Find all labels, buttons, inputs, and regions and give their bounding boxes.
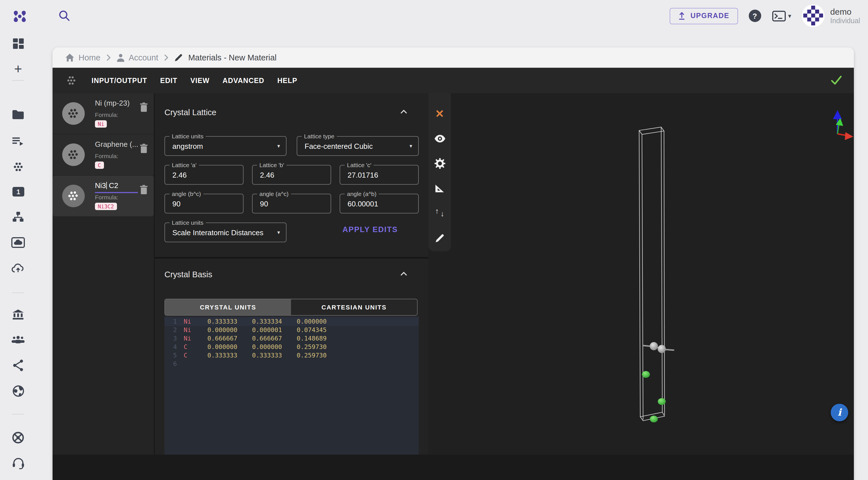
coord-y: 0.333334 <box>252 317 297 326</box>
support-headset-icon[interactable] <box>11 456 25 470</box>
coord-y: 0.000000 <box>252 343 297 351</box>
lattice-a-input[interactable]: Lattice 'a' 2.46 <box>164 165 244 185</box>
basis-code-line: 4 C 0.000000 0.000000 0.259730 <box>164 343 419 351</box>
delete-material-icon[interactable] <box>140 102 148 112</box>
material-name-field[interactable]: Ni3 C2 <box>95 181 139 191</box>
workflows-sitemap-icon[interactable] <box>11 210 25 224</box>
menu-item[interactable]: HELP <box>277 76 297 84</box>
team-people-icon[interactable] <box>11 333 25 347</box>
helm-wheel-icon[interactable] <box>11 431 25 444</box>
looks-one-icon[interactable]: 1 <box>11 185 25 198</box>
unit-cell-wireframe <box>639 127 664 421</box>
formula-badge: Ni <box>95 120 107 128</box>
save-check-button[interactable] <box>830 74 843 86</box>
line-number: 5 <box>164 351 177 360</box>
brand-logo-icon[interactable] <box>12 8 28 24</box>
material-name-field[interactable]: Graphene (... <box>95 140 139 150</box>
user-menu[interactable]: demo Individual <box>802 4 860 27</box>
breadcrumb-current: Materials - New Material <box>174 53 277 62</box>
organization-bank-icon[interactable] <box>11 308 25 321</box>
delete-material-icon[interactable] <box>140 185 148 195</box>
material-list-item[interactable]: Ni3 C2 Formula: Ni3C2 <box>53 176 154 216</box>
terminal-icon <box>772 10 786 22</box>
crystal-lattice-title: Crystal Lattice <box>164 108 216 117</box>
coord-y: 0.666667 <box>252 334 297 343</box>
edit-pencil-icon <box>174 53 183 62</box>
person-icon <box>116 53 125 62</box>
lattice-b-input[interactable]: Lattice 'b' 2.46 <box>252 165 331 185</box>
share-icon[interactable] <box>11 358 25 372</box>
atom-green <box>650 416 658 422</box>
console-dropdown-button[interactable]: ▾ <box>772 10 791 22</box>
measure-tool-button[interactable] <box>428 176 451 201</box>
angle-ab-input[interactable]: angle (a^b) 60.00001 <box>340 194 419 213</box>
menu-item[interactable]: EDIT <box>160 76 178 84</box>
collapse-basis-button[interactable] <box>400 272 407 276</box>
formula-badge: C <box>95 162 104 169</box>
materials-dots-icon[interactable] <box>11 160 25 173</box>
upgrade-label: UPGRADE <box>690 12 730 20</box>
basis-units-tab[interactable]: CARTESIAN UNITS <box>291 299 417 315</box>
scale-units-select[interactable]: Lattice units Scale Interatomic Distance… <box>164 222 286 242</box>
projects-folder-icon[interactable] <box>11 108 25 122</box>
dashboard-icon[interactable] <box>11 37 25 50</box>
angle-bc-input[interactable]: angle (b^c) 90 <box>164 194 244 213</box>
lattice-type-select[interactable]: Lattice type Face-centered Cubic ▼ <box>297 136 419 156</box>
basis-code-editor[interactable]: 1 Ni 0.333333 0.333334 0.000000 2 Ni 0.0… <box>164 316 419 455</box>
edit-tool-button[interactable] <box>428 225 451 250</box>
menu-item[interactable]: INPUT/OUTPUT <box>92 76 147 84</box>
material-list-item[interactable]: Graphene (... Formula: C <box>53 134 154 175</box>
apply-edits-button[interactable]: APPLY EDITS <box>322 225 418 234</box>
material-avatar-icon <box>62 185 85 207</box>
coord-z: 0.259730 <box>297 343 341 351</box>
editor-card: Home Account Materials - New Material IN… <box>53 47 854 480</box>
media-gallery-icon[interactable] <box>11 236 25 249</box>
dropdown-arrow-icon: ▼ <box>276 230 281 235</box>
formula-badge: Ni3C2 <box>95 203 117 210</box>
coord-z: 0.259730 <box>297 351 341 360</box>
panels: Ni (mp-23) Formula: Ni Graphene (... For… <box>53 93 854 455</box>
swap-axes-tool-button[interactable]: ↑↓ <box>428 201 451 225</box>
name-input-underline <box>95 192 138 193</box>
coord-z <box>297 360 341 368</box>
close-tool-button[interactable]: ✕ <box>428 101 451 126</box>
cloud-upload-icon[interactable] <box>11 262 25 275</box>
chevron-right-icon <box>164 54 168 61</box>
lattice-units-select[interactable]: Lattice units angstrom ▼ <box>164 136 286 156</box>
element-symbol: C <box>184 351 198 360</box>
dropdown-arrow-icon: ▼ <box>409 143 413 148</box>
help-button[interactable]: ? <box>748 10 761 22</box>
material-name-field[interactable]: Ni (mp-23) <box>95 99 139 108</box>
avatar <box>802 4 825 27</box>
menu-items: INPUT/OUTPUTEDITVIEWADVANCEDHELP <box>92 76 297 84</box>
collapse-lattice-button[interactable] <box>400 109 407 114</box>
create-new-icon[interactable]: + <box>11 62 25 76</box>
settings-tool-button[interactable] <box>428 151 451 176</box>
search-icon[interactable] <box>58 10 71 22</box>
atom-gray <box>650 342 658 350</box>
structure-viewer-3d[interactable]: ✕ ↑↓ <box>428 93 854 455</box>
menu-item[interactable]: VIEW <box>190 76 210 84</box>
angle-ac-input[interactable]: angle (a^c) 90 <box>252 194 331 213</box>
material-avatar-icon <box>62 102 85 125</box>
set-square-icon <box>435 183 445 193</box>
info-button[interactable]: i <box>831 404 848 421</box>
section-divider <box>155 257 428 259</box>
material-list-item[interactable]: Ni (mp-23) Formula: Ni <box>53 93 154 134</box>
breadcrumb-home-link[interactable]: Home <box>65 53 100 62</box>
public-globe-icon[interactable] <box>11 384 25 398</box>
breadcrumb-account-link[interactable]: Account <box>116 53 158 62</box>
delete-material-icon[interactable] <box>140 143 148 153</box>
element-symbol: Ni <box>184 317 198 326</box>
basis-units-tab[interactable]: CRYSTAL UNITS <box>165 299 291 315</box>
upgrade-button[interactable]: UPGRADE <box>670 8 738 24</box>
material-info: Ni3 C2 Formula: Ni3C2 <box>95 181 139 211</box>
rail-divider <box>12 293 24 293</box>
visibility-tool-button[interactable] <box>428 126 451 151</box>
lattice-c-input[interactable]: Lattice 'c' 27.01716 <box>340 165 419 185</box>
jobs-playlist-icon[interactable] <box>11 135 25 148</box>
coord-x: 0.666667 <box>207 334 252 343</box>
basis-code-line: 6 <box>164 360 419 368</box>
menu-item[interactable]: ADVANCED <box>223 76 265 84</box>
user-name: demo <box>830 6 860 16</box>
